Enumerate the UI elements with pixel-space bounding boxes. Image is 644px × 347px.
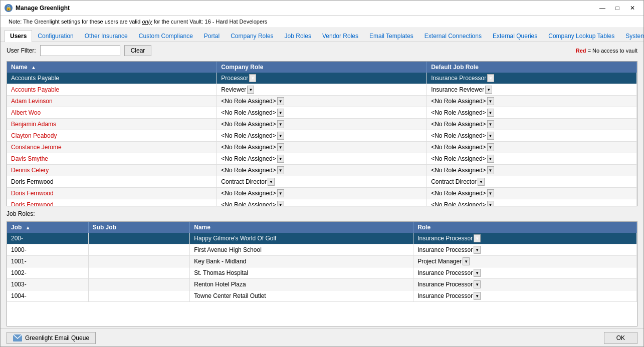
- minimize-button[interactable]: —: [595, 3, 609, 13]
- table-row[interactable]: 200- Happy Gilmore's World Of Golf Insur…: [7, 233, 637, 244]
- default-job-role-dropdown-2[interactable]: ▼: [487, 97, 494, 105]
- default-job-role-dropdown-0[interactable]: ▼: [487, 74, 494, 82]
- table-row[interactable]: Dennis Celery <No Role Assigned> ▼ <No R…: [7, 165, 637, 176]
- table-row[interactable]: 1002- St. Thomas Hospital Insurance Proc…: [7, 267, 637, 279]
- default-job-role-dropdown-9[interactable]: ▼: [478, 178, 485, 186]
- job-role-cell: Insurance Processor ▼: [413, 233, 637, 244]
- default-job-role-dropdown-5[interactable]: ▼: [487, 132, 494, 140]
- jobs-table: Job ▲ Sub Job Name Role: [7, 222, 637, 302]
- default-job-role-dropdown-7[interactable]: ▼: [487, 155, 494, 163]
- default-job-role-cell: <No Role Assigned> ▼: [427, 119, 637, 130]
- table-row[interactable]: 1004- Towne Center Retail Outlet Insuran…: [7, 290, 637, 302]
- table-row[interactable]: 1000- First Avenue High School Insurance…: [7, 244, 637, 256]
- users-table-header: Name ▲ Company Role Default Job Role: [7, 62, 637, 73]
- default-job-role-dropdown-10[interactable]: ▼: [487, 189, 494, 197]
- col-header-company-role[interactable]: Company Role: [217, 62, 427, 73]
- filter-label: User Filter:: [7, 47, 36, 54]
- company-role-dropdown-6[interactable]: ▼: [277, 143, 284, 151]
- company-role-dropdown-9[interactable]: ▼: [268, 178, 275, 186]
- table-row[interactable]: Benjamin Adams <No Role Assigned> ▼ <No …: [7, 119, 637, 130]
- email-queue-button[interactable]: Greenlight Email Queue: [7, 332, 96, 344]
- table-row[interactable]: Doris Fernwood <No Role Assigned> ▼ <No …: [7, 188, 637, 199]
- job-role-dropdown-4[interactable]: ▼: [474, 280, 481, 288]
- table-row[interactable]: 1001- Key Bank - Midland Project Manager…: [7, 256, 637, 267]
- company-role-dropdown-5[interactable]: ▼: [277, 132, 284, 140]
- tab-vendor-roles[interactable]: Vendor Roles: [317, 30, 364, 42]
- job-name: Happy Gilmore's World Of Golf: [190, 233, 413, 244]
- company-role-dropdown-1[interactable]: ▼: [247, 86, 254, 94]
- table-row[interactable]: Doris Fernwood <No Role Assigned> ▼ <No …: [7, 199, 637, 207]
- col-header-role[interactable]: Role: [413, 222, 637, 233]
- email-queue-label: Greenlight Email Queue: [25, 334, 89, 341]
- col-header-job[interactable]: Job ▲: [7, 222, 88, 233]
- table-row[interactable]: Constance Jerome <No Role Assigned> ▼ <N…: [7, 142, 637, 153]
- company-role-dropdown-11[interactable]: ▼: [277, 201, 284, 206]
- default-job-role-dropdown-1[interactable]: ▼: [485, 86, 492, 94]
- job-name: Towne Center Retail Outlet: [190, 290, 413, 302]
- user-filter-input[interactable]: [40, 45, 120, 56]
- table-row[interactable]: Adam Levinson <No Role Assigned> ▼ <No R…: [7, 96, 637, 107]
- company-role-dropdown-7[interactable]: ▼: [277, 155, 284, 163]
- company-role-cell: <No Role Assigned> ▼: [217, 199, 427, 207]
- job-role-dropdown-1[interactable]: ▼: [474, 246, 481, 254]
- default-job-role-dropdown-11[interactable]: ▼: [487, 201, 494, 206]
- close-button[interactable]: ✕: [625, 3, 639, 13]
- table-row[interactable]: Doris Fernwood Contract Director ▼ Contr…: [7, 176, 637, 188]
- default-job-role-dropdown-6[interactable]: ▼: [487, 143, 494, 151]
- company-role-cell: Processor ▼: [217, 73, 427, 84]
- col-header-jname[interactable]: Name: [190, 222, 413, 233]
- company-role-cell: <No Role Assigned> ▼: [217, 165, 427, 176]
- tab-configuration[interactable]: Configuration: [32, 30, 79, 42]
- table-row[interactable]: Clayton Peabody <No Role Assigned> ▼ <No…: [7, 130, 637, 142]
- table-row[interactable]: Albert Woo <No Role Assigned> ▼ <No Role…: [7, 107, 637, 119]
- job-role-dropdown-3[interactable]: ▼: [474, 269, 481, 277]
- company-role-cell: <No Role Assigned> ▼: [217, 188, 427, 199]
- default-job-role-cell: Contract Director ▼: [427, 176, 637, 188]
- job-name: First Avenue High School: [190, 244, 413, 256]
- col-header-default-job-role[interactable]: Default Job Role: [427, 62, 637, 73]
- clear-button[interactable]: Clear: [124, 45, 152, 56]
- col-header-name[interactable]: Name ▲: [7, 62, 217, 73]
- tab-job-roles[interactable]: Job Roles: [279, 30, 317, 42]
- subjob: [88, 279, 190, 290]
- user-name: Doris Fernwood: [7, 199, 217, 207]
- job-role-cell: Insurance Processor ▼: [413, 290, 637, 302]
- table-row[interactable]: Accounts Payable Reviewer ▼ Insurance Re…: [7, 84, 637, 96]
- tab-email-templates[interactable]: Email Templates: [364, 30, 419, 42]
- default-job-role-dropdown-4[interactable]: ▼: [487, 120, 494, 128]
- company-role-cell: <No Role Assigned> ▼: [217, 119, 427, 130]
- company-role-dropdown-3[interactable]: ▼: [277, 109, 284, 117]
- company-role-dropdown-10[interactable]: ▼: [277, 189, 284, 197]
- company-role-dropdown-0[interactable]: ▼: [249, 74, 256, 82]
- note-bar: Note: The Greenlight settings for these …: [1, 16, 643, 28]
- default-job-role-dropdown-3[interactable]: ▼: [487, 109, 494, 117]
- maximize-button[interactable]: □: [610, 3, 624, 13]
- tab-portal[interactable]: Portal: [198, 30, 225, 42]
- col-header-subjob[interactable]: Sub Job: [88, 222, 190, 233]
- tab-users[interactable]: Users: [5, 30, 32, 42]
- job-role-dropdown-5[interactable]: ▼: [474, 292, 481, 300]
- company-role-cell: <No Role Assigned> ▼: [217, 130, 427, 142]
- tab-company-roles[interactable]: Company Roles: [225, 30, 279, 42]
- job-sort-arrow: ▲: [26, 225, 31, 230]
- tab-system-lookup-tables[interactable]: System Lookup Tables: [620, 30, 644, 42]
- ok-button[interactable]: OK: [604, 332, 637, 344]
- tab-company-lookup-tables[interactable]: Company Lookup Tables: [543, 30, 620, 42]
- jobs-table-header: Job ▲ Sub Job Name Role: [7, 222, 637, 233]
- default-job-role-cell: <No Role Assigned> ▼: [427, 107, 637, 119]
- job-role-dropdown-2[interactable]: ▼: [463, 257, 470, 265]
- default-job-role-cell: <No Role Assigned> ▼: [427, 199, 637, 207]
- tab-external-connections[interactable]: External Connections: [419, 30, 487, 42]
- user-name: Albert Woo: [7, 107, 217, 119]
- table-row[interactable]: Davis Smythe <No Role Assigned> ▼ <No Ro…: [7, 153, 637, 165]
- tab-custom-compliance[interactable]: Custom Compliance: [133, 30, 198, 42]
- default-job-role-dropdown-8[interactable]: ▼: [487, 166, 494, 174]
- company-role-dropdown-8[interactable]: ▼: [277, 166, 284, 174]
- table-row[interactable]: Accounts Payable Processor ▼ Insurance P…: [7, 73, 637, 84]
- job-role-dropdown-0[interactable]: ▼: [474, 234, 481, 242]
- tab-other-insurance[interactable]: Other Insurance: [79, 30, 133, 42]
- company-role-dropdown-4[interactable]: ▼: [277, 120, 284, 128]
- table-row[interactable]: 1003- Renton Hotel Plaza Insurance Proce…: [7, 279, 637, 290]
- tab-external-queries[interactable]: External Queries: [487, 30, 543, 42]
- company-role-dropdown-2[interactable]: ▼: [277, 97, 284, 105]
